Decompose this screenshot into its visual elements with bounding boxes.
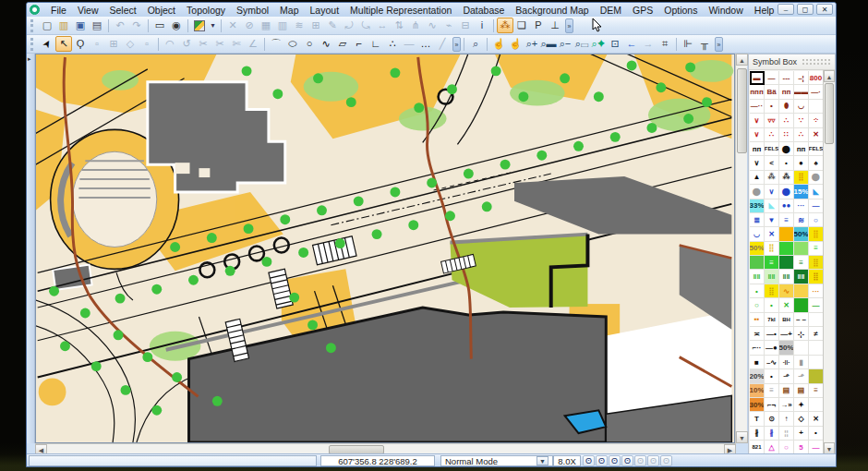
symbol-cell[interactable]: ⣿ — [809, 256, 824, 270]
symbol-cell[interactable]: 33% — [750, 199, 765, 213]
symbol-cell[interactable]: • — [765, 369, 779, 383]
entire-map-button[interactable]: ▭ — [151, 18, 168, 33]
symbol-cell[interactable]: -¦- — [794, 327, 809, 341]
scroll-up-icon[interactable]: ▲ — [736, 54, 748, 66]
symbol-cell[interactable]: ∴ — [779, 114, 794, 127]
restore-button[interactable]: ◻ — [797, 4, 814, 15]
open-file-button[interactable]: ▥ — [55, 18, 72, 33]
symbol-cell[interactable] — [779, 227, 794, 241]
menu-gps[interactable]: GPS — [627, 4, 658, 17]
symbol-cell[interactable]: —·· — [750, 100, 765, 114]
symbol-cell[interactable]: ✕ — [809, 412, 824, 426]
symbol-cell[interactable]: ∴ — [794, 128, 809, 142]
symbol-cell[interactable]: — — [765, 71, 779, 85]
symbol-cell[interactable]: ᴨᴨᴨ — [750, 85, 765, 99]
symbol-cell[interactable]: 7kl — [765, 313, 779, 327]
toolbar-overflow-button[interactable]: » — [452, 37, 461, 52]
close-button[interactable]: ✕ — [816, 4, 833, 15]
find-symbol-button[interactable]: ⌕ — [467, 36, 484, 52]
map-canvas[interactable] — [35, 54, 735, 443]
symbol-cell[interactable]: BH — [779, 313, 794, 327]
symbol-cell[interactable]: –¦ — [794, 71, 809, 85]
symbol-cell[interactable]: • — [809, 427, 824, 441]
symbol-cell[interactable] — [809, 100, 824, 114]
symbol-cell[interactable]: ∦ — [750, 427, 765, 441]
symbol-cell[interactable]: ··· — [809, 284, 824, 298]
symbol-cell[interactable]: ↑ — [779, 412, 794, 426]
symbol-cell[interactable]: ⬤ — [809, 171, 824, 185]
scroll-down-icon[interactable]: ▼ — [736, 431, 748, 443]
symbol-cell[interactable] — [794, 242, 809, 256]
toolbar-drag-handle[interactable] — [30, 19, 35, 32]
pan-previous-button[interactable]: ☝ — [507, 36, 524, 52]
symbol-cell[interactable]: ‖‖ — [765, 270, 779, 284]
symbol-cell[interactable]: ≡ — [794, 256, 809, 270]
minimize-button[interactable]: – — [778, 4, 794, 15]
symbol-cell[interactable]: 30% — [750, 398, 765, 412]
symbol-cell[interactable]: ᴨᴨ — [794, 142, 809, 156]
symbol-cell[interactable]: —● — [765, 341, 779, 355]
symbol-cell[interactable]: ⣿ — [765, 242, 779, 256]
menu-select[interactable]: Select — [104, 4, 142, 17]
draw-rectangle-button[interactable]: ▱ — [334, 36, 351, 52]
zoom-in-button[interactable]: ⌕+ — [524, 36, 540, 52]
menu-topology[interactable]: Topology — [181, 4, 231, 17]
symbol-cell[interactable]: ∨ — [765, 185, 779, 199]
symbol-cell[interactable]: ●● — [779, 199, 794, 213]
symbol-cell[interactable]: ◇ — [794, 412, 809, 426]
grid-toggle-button[interactable]: ⌗ — [657, 36, 673, 52]
symbol-cell[interactable]: < — [765, 156, 779, 170]
menu-view[interactable]: View — [72, 4, 104, 17]
toolbar-overflow-button[interactable]: » — [565, 18, 573, 33]
symbol-cell[interactable] — [779, 242, 794, 256]
symbol-box-grip[interactable] — [802, 58, 831, 66]
symbol-cell[interactable]: — — [809, 298, 824, 312]
print-button[interactable]: ▤ — [89, 18, 105, 33]
symbol-cell[interactable]: ≋ — [794, 213, 809, 227]
pointed-end-button[interactable]: P — [530, 18, 547, 33]
zoom-previous-button[interactable]: ← — [623, 36, 640, 52]
draw-corner-button[interactable]: ∟ — [368, 36, 384, 52]
symbol-cell[interactable]: – – — [794, 313, 809, 327]
symbol-cell[interactable]: ≠ — [809, 327, 824, 341]
symbol-box-title[interactable]: Symbol Box — [749, 54, 835, 70]
vscroll-thumb[interactable] — [737, 68, 747, 153]
menu-options[interactable]: Options — [658, 4, 703, 17]
symbol-cell[interactable]: • — [779, 156, 794, 170]
symbol-cell[interactable] — [794, 298, 809, 312]
draw-circle-button[interactable]: ○ — [301, 36, 318, 52]
zoom-bar-button[interactable]: ⌕▬ — [540, 36, 557, 52]
perpendicular-button[interactable]: ⊥ — [547, 18, 563, 33]
symbol-scroll-thumb[interactable] — [825, 83, 834, 144]
symbol-cell[interactable]: 50% — [794, 227, 809, 241]
symbol-cell[interactable]: ■ — [750, 356, 765, 369]
menu-dem[interactable]: DEM — [595, 4, 627, 17]
symbol-cell[interactable]: —· — [809, 85, 824, 99]
symbol-cell[interactable]: ≣ — [750, 213, 765, 227]
symbol-cell[interactable]: 50% — [750, 242, 765, 256]
symbol-cell[interactable]: ♠ — [809, 156, 824, 170]
draw-more-button[interactable]: … — [417, 36, 434, 52]
draw-freehand-button[interactable]: ∿ — [318, 36, 334, 52]
symbol-cell[interactable]: ∷ — [779, 128, 794, 142]
map-vertical-scrollbar[interactable]: ▲ ▼ — [735, 54, 747, 443]
symbol-cell[interactable]: ▤ — [794, 384, 809, 398]
zoom-box-button[interactable]: ⊡ — [607, 36, 623, 52]
menu-symbol[interactable]: Symbol — [231, 4, 274, 17]
copy-attributes-button[interactable]: ❏ — [513, 18, 530, 33]
symbol-cell[interactable]: ✦ — [794, 398, 809, 412]
ruler-horizontal-button[interactable]: ╥ — [696, 36, 713, 52]
symbol-cell[interactable]: ‖‖ — [779, 270, 794, 284]
toolbar-drag-handle[interactable] — [30, 38, 35, 51]
symbol-cell[interactable]: ⬤ — [779, 185, 794, 199]
chevron-down-icon[interactable]: ▼ — [536, 456, 549, 465]
symbol-cell[interactable]: 10% — [750, 384, 765, 398]
symbol-cell[interactable]: ··· — [794, 199, 809, 213]
zoom-select-button[interactable]: ⌕✦ — [590, 36, 607, 52]
symbol-cell[interactable]: ∿ — [779, 284, 794, 298]
symbol-cell[interactable]: ⣿ — [794, 171, 809, 185]
symbol-cell[interactable]: ✕ — [765, 227, 779, 241]
symbol-cell[interactable]: ⬤ — [779, 142, 794, 156]
draw-dot-mode-button[interactable]: ∴ — [384, 36, 401, 52]
symbol-cell[interactable] — [794, 341, 809, 355]
